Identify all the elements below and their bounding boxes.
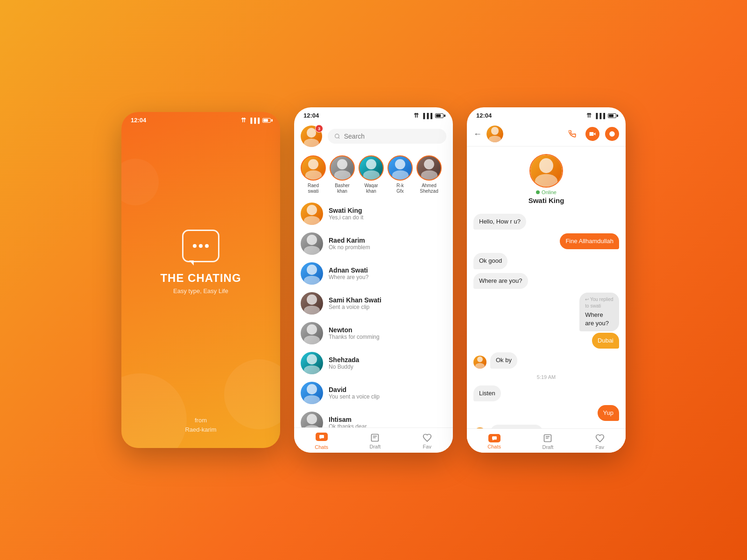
chat-item-swati[interactable]: Swati King Yes,i can do it [294, 199, 453, 229]
time-conv: 12:04 [476, 112, 492, 119]
nav-label-chats-list: Chats [315, 444, 328, 450]
story-item[interactable]: Raedswati [301, 155, 326, 194]
search-input[interactable] [344, 133, 440, 140]
story-name-rk: R-kGfx [396, 183, 404, 194]
chat-avatar-newton [301, 322, 323, 344]
nav-label-draft-conv: Draft [542, 444, 553, 450]
chat-item-adnan[interactable]: Adnan Swati Where are you? [294, 259, 453, 288]
chat-info-david: David You sent a voice clip [329, 386, 446, 400]
chat-avatar-swati [301, 203, 323, 225]
bottom-nav-conv: Chats Draft Fav [467, 428, 626, 453]
chat-info-swati: Swati King Yes,i can do it [329, 207, 446, 221]
chat-name-swati: Swati King [329, 207, 446, 214]
search-icon [334, 133, 340, 140]
chat-info-raed: Raed Karim Ok no promblem [329, 237, 446, 251]
nav-label-chats-conv: Chats [487, 444, 501, 449]
chat-name-ihtisam: Ihtisam [329, 416, 446, 423]
contact-name: Swati King [529, 196, 564, 204]
contact-header: Online Swati King [467, 147, 626, 209]
app-subtitle: Easy type, Easy Life [173, 287, 228, 294]
svg-text:i: i [612, 132, 613, 136]
chats-nav-icon [316, 433, 328, 443]
story-item[interactable]: R-kGfx [388, 155, 413, 194]
phones-container: 12:04 ⇈ ▐▐▐ THE CHAT [121, 107, 626, 453]
time-splash: 12:04 [131, 117, 146, 124]
chat-item-shehzada[interactable]: Shehzada No Buddy [294, 348, 453, 378]
draft-icon [370, 433, 380, 442]
story-name-basher: Basherkhan [335, 183, 350, 194]
chat-avatar-shehzada [301, 352, 323, 374]
svg-point-0 [335, 134, 339, 138]
msg-dubai: Dubai [592, 333, 619, 349]
status-bar-conv: 12:04 ⇈ ▐▐▐ [467, 107, 626, 122]
chat-avatar-sami [301, 292, 323, 315]
story-item[interactable]: Basherkhan [330, 155, 355, 194]
chat-item-raed[interactable]: Raed Karim Ok no promblem [294, 229, 453, 259]
status-bar-splash: 12:04 ⇈ ▐▐▐ [121, 112, 280, 126]
back-button[interactable]: ← [473, 129, 482, 139]
chat-name-sami: Sami Khan Swati [329, 296, 446, 304]
messages-area: Hello, How r u? Fine Allhamdullah Ok goo… [467, 209, 626, 430]
signal-icon-conv: ▐▐▐ [594, 113, 605, 119]
wifi-icon-conv: ⇈ [586, 112, 592, 119]
status-icons-splash: ⇈ ▐▐▐ [241, 117, 271, 124]
status-bar-list: 12:04 ⇈ ▐▐▐ [294, 107, 453, 122]
chat-info-newton: Newton Thanks for comming [329, 326, 446, 340]
svg-marker-3 [319, 438, 322, 439]
svg-marker-7 [593, 133, 595, 135]
chat-item-david[interactable]: David You sent a voice clip [294, 378, 453, 408]
nav-fav-conv[interactable]: Fav [595, 434, 605, 450]
story-avatar-basher [330, 155, 355, 181]
nav-draft-conv[interactable]: Draft [542, 434, 553, 450]
nav-label-fav-conv: Fav [596, 444, 604, 450]
story-avatar-waqar [359, 155, 384, 181]
msg-sent-1: Fine Allhamdullah [560, 233, 619, 249]
chat-item-newton[interactable]: Newton Thanks for comming [294, 318, 453, 348]
svg-line-1 [338, 137, 339, 138]
info-button[interactable]: i [605, 127, 619, 141]
nav-draft-list[interactable]: Draft [369, 433, 381, 449]
timestamp-519: 5:19 AM [473, 374, 619, 380]
chat-header: ← i [467, 122, 626, 147]
nav-chats-list[interactable]: Chats [315, 433, 328, 450]
bottom-nav-list: Chats Draft Fav [294, 427, 453, 453]
chat-name-newton: Newton [329, 326, 446, 334]
chat-avatar-adnan [301, 262, 323, 285]
call-button[interactable] [565, 126, 580, 141]
nav-chats-conv[interactable]: Chats [487, 434, 501, 449]
story-item[interactable]: Waqarkhan [359, 155, 384, 194]
header-actions: i [565, 126, 619, 141]
chat-preview-raed: Ok no promblem [329, 244, 446, 251]
battery-icon-conv [608, 113, 616, 118]
nav-label-fav-list: Fav [423, 444, 431, 449]
notification-badge: 3 [315, 125, 323, 133]
reply-label: ↩ You replied to swati [585, 296, 613, 309]
nav-label-draft-list: Draft [369, 444, 381, 449]
msg-received-1: Hello, How r u? [473, 214, 526, 230]
wifi-icon: ⇈ [241, 117, 246, 124]
chat-name-david: David [329, 386, 446, 393]
svg-rect-11 [492, 436, 497, 440]
msg-okby-group: Ok by [473, 352, 619, 368]
nav-fav-list[interactable]: Fav [422, 433, 432, 449]
chat-name-shehzada: Shehzada [329, 356, 446, 364]
svg-rect-8 [590, 132, 594, 136]
chat-preview-sami: Sent a voice clip [329, 304, 446, 310]
chat-bubble-icon [182, 230, 219, 262]
my-avatar-wrapper[interactable]: 3 [301, 126, 322, 147]
video-call-button[interactable] [585, 127, 599, 141]
online-status: Online [536, 189, 557, 195]
app-title: THE CHATING [160, 272, 241, 285]
svg-marker-12 [492, 440, 494, 441]
chat-item-sami[interactable]: Sami Khan Swati Sent a voice clip [294, 288, 453, 318]
msg-yup: Yup [598, 405, 619, 421]
fav-icon-conv [595, 434, 605, 443]
chat-info-adnan: Adnan Swati Where are you? [329, 266, 446, 280]
story-name-waqar: Waqarkhan [364, 183, 378, 194]
msg-received-2: Ok good [473, 253, 507, 269]
chat-name-raed: Raed Karim [329, 237, 446, 244]
search-bar[interactable] [328, 129, 446, 144]
battery-icon [262, 118, 271, 123]
story-item[interactable]: AhmedShehzad [416, 155, 442, 194]
chat-preview-adnan: Where are you? [329, 274, 446, 280]
